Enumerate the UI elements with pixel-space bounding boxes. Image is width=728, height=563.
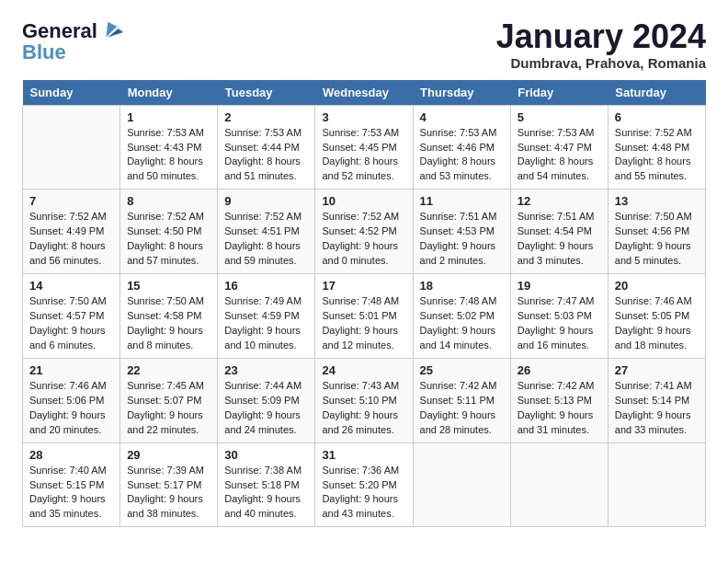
day-number: 5 <box>518 110 601 124</box>
day-number: 2 <box>224 110 308 124</box>
calendar-cell: 14Sunrise: 7:50 AMSunset: 4:57 PMDayligh… <box>23 274 120 359</box>
logo-bird-icon <box>99 18 125 44</box>
calendar-cell: 4Sunrise: 7:53 AMSunset: 4:46 PMDaylight… <box>413 105 510 190</box>
day-number: 10 <box>322 194 405 208</box>
day-number: 16 <box>224 279 308 293</box>
calendar-cell: 27Sunrise: 7:41 AMSunset: 5:14 PMDayligh… <box>608 358 705 442</box>
day-number: 28 <box>29 448 113 462</box>
calendar-cell: 15Sunrise: 7:50 AMSunset: 4:58 PMDayligh… <box>120 274 218 359</box>
day-info: Sunrise: 7:39 AMSunset: 5:17 PMDaylight:… <box>127 464 210 523</box>
day-number: 3 <box>322 110 405 124</box>
day-number: 8 <box>127 194 210 208</box>
day-number: 17 <box>322 279 405 293</box>
day-info: Sunrise: 7:52 AMSunset: 4:52 PMDaylight:… <box>322 210 405 269</box>
month-title: January 2024 <box>496 18 706 55</box>
day-info: Sunrise: 7:46 AMSunset: 5:05 PMDaylight:… <box>615 294 699 353</box>
day-info: Sunrise: 7:53 AMSunset: 4:44 PMDaylight:… <box>224 126 308 185</box>
calendar-cell: 19Sunrise: 7:47 AMSunset: 5:03 PMDayligh… <box>510 274 608 359</box>
col-header-sunday: Sunday <box>23 80 120 106</box>
day-info: Sunrise: 7:53 AMSunset: 4:43 PMDaylight:… <box>127 126 210 185</box>
day-info: Sunrise: 7:38 AMSunset: 5:18 PMDaylight:… <box>224 464 308 523</box>
calendar-cell: 11Sunrise: 7:51 AMSunset: 4:53 PMDayligh… <box>413 190 510 274</box>
day-info: Sunrise: 7:45 AMSunset: 5:07 PMDaylight:… <box>127 379 210 438</box>
day-number: 26 <box>518 363 601 377</box>
day-info: Sunrise: 7:36 AMSunset: 5:20 PMDaylight:… <box>322 464 405 523</box>
logo-text: General <box>22 20 97 42</box>
day-info: Sunrise: 7:42 AMSunset: 5:11 PMDaylight:… <box>420 379 504 438</box>
calendar-cell: 17Sunrise: 7:48 AMSunset: 5:01 PMDayligh… <box>315 274 413 359</box>
day-info: Sunrise: 7:52 AMSunset: 4:51 PMDaylight:… <box>224 210 308 269</box>
day-number: 4 <box>420 110 504 124</box>
week-row-3: 14Sunrise: 7:50 AMSunset: 4:57 PMDayligh… <box>23 274 706 359</box>
calendar-cell: 18Sunrise: 7:48 AMSunset: 5:02 PMDayligh… <box>413 274 510 359</box>
calendar-cell: 5Sunrise: 7:53 AMSunset: 4:47 PMDaylight… <box>510 105 608 190</box>
calendar-cell: 22Sunrise: 7:45 AMSunset: 5:07 PMDayligh… <box>120 358 218 442</box>
calendar-cell: 21Sunrise: 7:46 AMSunset: 5:06 PMDayligh… <box>23 358 120 442</box>
day-info: Sunrise: 7:50 AMSunset: 4:58 PMDaylight:… <box>127 294 210 353</box>
day-number: 13 <box>615 194 699 208</box>
day-number: 6 <box>615 110 699 124</box>
calendar-cell: 28Sunrise: 7:40 AMSunset: 5:15 PMDayligh… <box>23 442 120 527</box>
day-number: 18 <box>420 279 504 293</box>
col-header-tuesday: Tuesday <box>218 80 315 106</box>
calendar-cell: 6Sunrise: 7:52 AMSunset: 4:48 PMDaylight… <box>608 105 705 190</box>
day-number: 1 <box>127 110 210 124</box>
day-info: Sunrise: 7:44 AMSunset: 5:09 PMDaylight:… <box>224 379 308 438</box>
day-number: 19 <box>518 279 601 293</box>
day-number: 15 <box>127 279 210 293</box>
calendar-cell: 30Sunrise: 7:38 AMSunset: 5:18 PMDayligh… <box>218 442 315 527</box>
day-info: Sunrise: 7:48 AMSunset: 5:01 PMDaylight:… <box>322 294 405 353</box>
calendar-cell <box>608 442 705 527</box>
day-number: 11 <box>420 194 504 208</box>
day-info: Sunrise: 7:48 AMSunset: 5:02 PMDaylight:… <box>420 294 504 353</box>
day-number: 22 <box>127 363 210 377</box>
calendar-cell: 10Sunrise: 7:52 AMSunset: 4:52 PMDayligh… <box>315 190 413 274</box>
calendar-cell: 24Sunrise: 7:43 AMSunset: 5:10 PMDayligh… <box>315 358 413 442</box>
calendar-cell: 16Sunrise: 7:49 AMSunset: 4:59 PMDayligh… <box>218 274 315 359</box>
day-number: 7 <box>29 194 113 208</box>
calendar-cell <box>510 442 608 527</box>
calendar-cell: 9Sunrise: 7:52 AMSunset: 4:51 PMDaylight… <box>218 190 315 274</box>
day-number: 9 <box>224 194 308 208</box>
title-area: January 2024 Dumbrava, Prahova, Romania <box>496 18 706 71</box>
calendar-cell: 13Sunrise: 7:50 AMSunset: 4:56 PMDayligh… <box>608 190 705 274</box>
day-info: Sunrise: 7:47 AMSunset: 5:03 PMDaylight:… <box>518 294 601 353</box>
col-header-friday: Friday <box>510 80 608 106</box>
day-info: Sunrise: 7:50 AMSunset: 4:57 PMDaylight:… <box>29 294 113 353</box>
calendar-cell <box>23 105 120 190</box>
calendar-cell: 23Sunrise: 7:44 AMSunset: 5:09 PMDayligh… <box>218 358 315 442</box>
day-info: Sunrise: 7:42 AMSunset: 5:13 PMDaylight:… <box>518 379 601 438</box>
day-number: 27 <box>615 363 699 377</box>
day-info: Sunrise: 7:53 AMSunset: 4:46 PMDaylight:… <box>420 126 504 185</box>
week-row-1: 1Sunrise: 7:53 AMSunset: 4:43 PMDaylight… <box>23 105 706 190</box>
col-header-wednesday: Wednesday <box>315 80 413 106</box>
logo: General Blue <box>22 18 125 64</box>
calendar-cell: 8Sunrise: 7:52 AMSunset: 4:50 PMDaylight… <box>120 190 218 274</box>
calendar-cell <box>413 442 510 527</box>
day-info: Sunrise: 7:51 AMSunset: 4:54 PMDaylight:… <box>518 210 601 269</box>
day-number: 31 <box>322 448 405 462</box>
day-info: Sunrise: 7:41 AMSunset: 5:14 PMDaylight:… <box>615 379 699 438</box>
calendar-cell: 12Sunrise: 7:51 AMSunset: 4:54 PMDayligh… <box>510 190 608 274</box>
calendar-cell: 31Sunrise: 7:36 AMSunset: 5:20 PMDayligh… <box>315 442 413 527</box>
calendar-cell: 20Sunrise: 7:46 AMSunset: 5:05 PMDayligh… <box>608 274 705 359</box>
col-header-monday: Monday <box>120 80 218 106</box>
location-subtitle: Dumbrava, Prahova, Romania <box>496 55 706 71</box>
col-header-thursday: Thursday <box>413 80 510 106</box>
day-info: Sunrise: 7:51 AMSunset: 4:53 PMDaylight:… <box>420 210 504 269</box>
day-number: 20 <box>615 279 699 293</box>
day-info: Sunrise: 7:53 AMSunset: 4:47 PMDaylight:… <box>518 126 601 185</box>
day-number: 29 <box>127 448 210 462</box>
header: General Blue January 2024 Dumbrava, Prah… <box>22 18 706 71</box>
col-header-saturday: Saturday <box>608 80 705 106</box>
week-row-4: 21Sunrise: 7:46 AMSunset: 5:06 PMDayligh… <box>23 358 706 442</box>
day-info: Sunrise: 7:43 AMSunset: 5:10 PMDaylight:… <box>322 379 405 438</box>
calendar-table: SundayMondayTuesdayWednesdayThursdayFrid… <box>22 80 706 528</box>
day-info: Sunrise: 7:52 AMSunset: 4:49 PMDaylight:… <box>29 210 113 269</box>
calendar-cell: 3Sunrise: 7:53 AMSunset: 4:45 PMDaylight… <box>315 105 413 190</box>
day-number: 21 <box>29 363 113 377</box>
day-number: 25 <box>420 363 504 377</box>
calendar-cell: 1Sunrise: 7:53 AMSunset: 4:43 PMDaylight… <box>120 105 218 190</box>
day-number: 23 <box>224 363 308 377</box>
header-row: SundayMondayTuesdayWednesdayThursdayFrid… <box>23 80 706 106</box>
